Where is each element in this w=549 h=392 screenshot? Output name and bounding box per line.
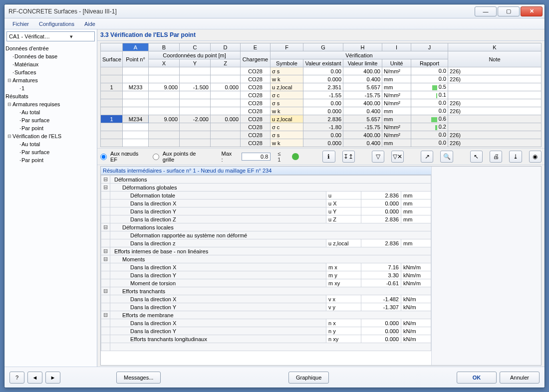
intermediate-header: Résultats intermédiaires - surface n° 1 … xyxy=(101,167,431,175)
case-selector[interactable]: CA1 - Vérification des surfaces e ▾ xyxy=(6,31,95,41)
intermediate-row[interactable]: ⊟Efforts tranchants xyxy=(101,287,431,295)
next-button[interactable]: ► xyxy=(45,372,60,384)
col-A[interactable]: A xyxy=(123,43,149,51)
intermediate-row[interactable]: ⊟Efforts de membrane xyxy=(101,311,431,319)
intermediate-row[interactable]: Dans la direction Yn y0.000kN/m xyxy=(101,327,431,335)
table-row[interactable]: CO28w k0.0000.400mm 0.0226) xyxy=(101,75,542,83)
intermediate-row[interactable]: Déformation rapportée au système non déf… xyxy=(101,231,431,239)
intermediate-row[interactable]: Dans la direction zu z,local2.836mm xyxy=(101,239,431,247)
intermediate-row[interactable]: Dans la direction Xn x0.000kN/m xyxy=(101,319,431,327)
prev-button[interactable]: ◄ xyxy=(27,372,42,384)
app-window: RF-CONCRETE Surfaces - [Niveau III-1] — … xyxy=(4,4,545,388)
minimize-button[interactable]: — xyxy=(475,6,497,16)
intermediate-row[interactable]: ⊟Déformations xyxy=(101,176,431,184)
case-selector-text: CA1 - Vérification des surfaces e xyxy=(9,33,51,39)
tree-base-data[interactable]: ·Données de base xyxy=(5,52,96,60)
ok-button[interactable]: OK xyxy=(457,372,497,384)
results-table[interactable]: A B C D E F G H I J K xyxy=(100,43,542,147)
tree-results[interactable]: Résultats xyxy=(5,92,96,100)
tree-reinforcement[interactable]: ⊟Armatures xyxy=(5,76,96,84)
intermediate-row[interactable]: ⊟Déformations locales xyxy=(101,223,431,231)
table-row[interactable]: CO28σ c-1.55-15.75N/mm² 0.1 xyxy=(101,91,542,99)
intermediate-row[interactable]: Dans la direction Xu X0.000mm xyxy=(101,199,431,207)
col-x: X xyxy=(149,59,180,67)
titlebar: RF-CONCRETE Surfaces - [Niveau III-1] — … xyxy=(4,4,545,18)
table-row[interactable]: CO28σ s0.00400.00N/mm² 0.0226) xyxy=(101,67,542,75)
table-row[interactable]: CO28σ c-1.80-15.75N/mm² 0.2 xyxy=(101,123,542,131)
col-J[interactable]: J xyxy=(411,43,448,51)
radio-fe-nodes[interactable]: Aux nœuds EF xyxy=(100,151,146,163)
table-row[interactable]: CO28w k0.0000.400mm 0.0226) xyxy=(101,107,542,115)
tree-reinf-1[interactable]: ·1 xyxy=(5,84,96,92)
tree-required-reinforcement[interactable]: ⊟Armatures requises xyxy=(5,100,96,108)
filter-button[interactable]: ▽ xyxy=(372,151,384,163)
col-F[interactable]: F xyxy=(271,43,303,51)
col-D[interactable]: D xyxy=(211,43,241,51)
messages-button[interactable]: Messages... xyxy=(116,372,161,384)
tree-materials[interactable]: ·Matériaux xyxy=(5,60,96,68)
intermediate-row[interactable]: Dans la direction Xv x-1.482kN/m xyxy=(101,295,431,303)
intermediate-row[interactable]: Dans la direction Yv y-1.307kN/m xyxy=(101,303,431,311)
max-value[interactable]: 0.8 xyxy=(242,153,271,161)
intermediate-row[interactable]: ⊟Déformations globales xyxy=(101,184,431,192)
tree-req-total[interactable]: ·Au total xyxy=(5,108,96,116)
tree-sls-check[interactable]: ⊟Vérification de l'ELS xyxy=(5,132,96,140)
col-I[interactable]: I xyxy=(382,43,411,51)
intermediate-row[interactable]: Dans la direction Zu Z2.836mm xyxy=(101,215,431,223)
col-K[interactable]: K xyxy=(448,43,542,51)
col-G[interactable]: G xyxy=(303,43,343,51)
table-row[interactable]: CO28σ s0.00400.00N/mm² 0.0226) xyxy=(101,131,542,139)
intermediate-row[interactable]: Efforts tranchants longitudinauxn xy0.00… xyxy=(101,335,431,343)
col-surface: Surface n° xyxy=(101,51,123,67)
intermediate-row[interactable]: ⊟Efforts internes de base - non linéaire… xyxy=(101,247,431,255)
menu-configurations[interactable]: Configurations xyxy=(34,20,79,28)
info-button[interactable]: ℹ xyxy=(322,151,335,163)
intermediate-row[interactable]: Dans la direction Xm x7.16kNm/m xyxy=(101,263,431,271)
col-unit: Unité xyxy=(382,59,411,67)
col-coord-group: Coordonnées du point [m] xyxy=(149,51,241,59)
cancel-button[interactable]: Annuler xyxy=(500,372,540,384)
menu-help[interactable]: Aide xyxy=(79,20,100,28)
tree-sls-total[interactable]: ·Au total xyxy=(5,140,96,148)
intermediate-row[interactable]: Dans la direction Ym y3.30kNm/m xyxy=(101,271,431,279)
col-B[interactable]: B xyxy=(149,43,180,51)
maximize-button[interactable]: ▢ xyxy=(498,6,520,16)
close-button[interactable]: ✕ xyxy=(521,6,543,16)
graphic-button[interactable]: Graphique xyxy=(288,372,329,384)
help-button[interactable]: ? xyxy=(9,372,24,384)
max-label: Max : xyxy=(222,151,235,163)
print-button[interactable]: 🖨 xyxy=(490,151,502,163)
intermediate-row[interactable]: Moment de torsionm xy-0.61kNm/m xyxy=(101,279,431,287)
col-z: Z xyxy=(211,59,241,67)
tree-req-per-point[interactable]: ·Par point xyxy=(5,124,96,132)
tree-sls-per-point[interactable]: ·Par point xyxy=(5,156,96,164)
menu-file[interactable]: Fichier xyxy=(7,20,34,28)
export-button[interactable]: ⤓ xyxy=(509,151,522,163)
window-title: RF-CONCRETE Surfaces - [Niveau III-1] xyxy=(6,8,474,15)
intermediate-results: Résultats intermédiaires - surface n° 1 … xyxy=(100,166,542,366)
col-C[interactable]: C xyxy=(180,43,211,51)
intermediate-table[interactable]: ⊟Déformations⊟Déformations globalesDéfor… xyxy=(101,175,431,351)
radio-grid-points[interactable]: Aux points de grille xyxy=(153,151,208,163)
table-row[interactable]: 1M2339.000-1.5000.000CO28u z,local2.3515… xyxy=(101,83,542,91)
view-button[interactable]: ◉ xyxy=(529,151,542,163)
col-H[interactable]: H xyxy=(343,43,382,51)
sort-button[interactable]: ↧↥ xyxy=(342,151,355,163)
table-row[interactable]: CO28σ s0.00400.00N/mm² 0.0226) xyxy=(101,99,542,107)
tree-sls-per-surface[interactable]: ·Par surface xyxy=(5,148,96,156)
col-E[interactable]: E xyxy=(241,43,271,51)
find-button[interactable]: 🔍 xyxy=(440,151,453,163)
tree-surfaces[interactable]: ·Surfaces xyxy=(5,68,96,76)
table-row[interactable]: 1M2349.000-2.0000.000CO28u z,local2.8365… xyxy=(101,115,542,123)
intermediate-row[interactable]: Déformation totaleu2.836mm xyxy=(101,192,431,199)
filter-off-button[interactable]: ▽✕ xyxy=(391,151,404,163)
col-load: Chargeme xyxy=(241,51,271,67)
table-row[interactable]: CO28w k0.0000.400mm 0.0226) xyxy=(101,139,542,147)
intermediate-row[interactable]: Dans la direction Yu Y0.000mm xyxy=(101,207,431,215)
goto-button[interactable]: ↗ xyxy=(421,151,433,163)
tree-req-per-surface[interactable]: ·Par surface xyxy=(5,116,96,124)
intermediate-row[interactable]: ⊟Moments xyxy=(101,255,431,263)
tree-input-data[interactable]: Données d'entrée xyxy=(5,44,96,52)
intermediate-row[interactable] xyxy=(101,343,431,351)
select-button[interactable]: ↖ xyxy=(470,151,483,163)
